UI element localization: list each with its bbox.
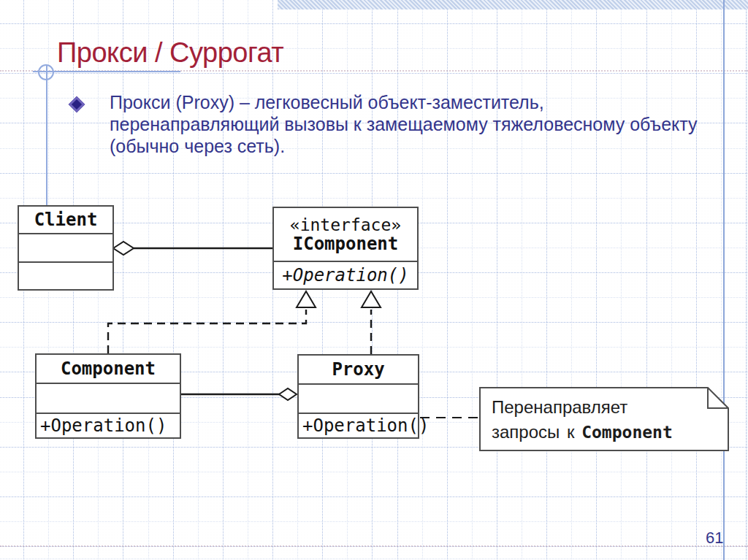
bullet-line: (обычно через сеть). [110,135,727,157]
uml-note-text: Перенаправляет запросы к Component [492,395,722,445]
class-name: Proxy [299,356,418,383]
operations-compartment [19,261,112,289]
right-accent-line [723,0,725,560]
slide: Прокси / Суррогат Прокси (Proxy) – легко… [0,0,748,560]
bullet-line: Прокси (Proxy) – легковесный объект-заме… [110,91,727,113]
uml-interface-icomponent: «interface» IComponent +Operation() [272,207,419,290]
note-line-text: запросы к [492,422,581,442]
class-name: IComponent [293,234,399,253]
uml-class-client: Client [18,205,114,291]
page-title: Прокси / Суррогат [57,37,283,69]
note-code-label: Component [581,423,673,442]
class-header: «interface» IComponent [274,208,417,261]
operation-label: +Operation() [37,413,180,437]
top-checker-band [278,0,748,9]
operation-label: +Operation() [274,261,417,288]
attributes-compartment [37,383,180,413]
bullet-line: перенаправляющий вызовы к замещаемому тя… [110,113,727,135]
ornament-vertical-stem [46,65,47,206]
note-line: Перенаправляет [492,395,722,420]
note-line: запросы к Component [492,420,722,445]
class-name: Client [19,207,112,233]
uml-class-component: Component +Operation() [35,353,181,439]
class-name: Component [37,355,180,383]
dotted-divider-bottom [0,545,748,547]
uml-class-proxy: Proxy +Operation() [297,354,419,439]
title-underline [33,71,180,72]
operation-label: +Operation() [299,413,418,437]
ornament-circle-icon [38,64,54,80]
stereotype-label: «interface» [290,215,401,234]
attributes-compartment [19,233,112,261]
page-number: 61 [706,529,723,548]
attributes-compartment [299,383,418,413]
bullet-text: Прокси (Proxy) – легковесный объект-заме… [110,91,727,157]
